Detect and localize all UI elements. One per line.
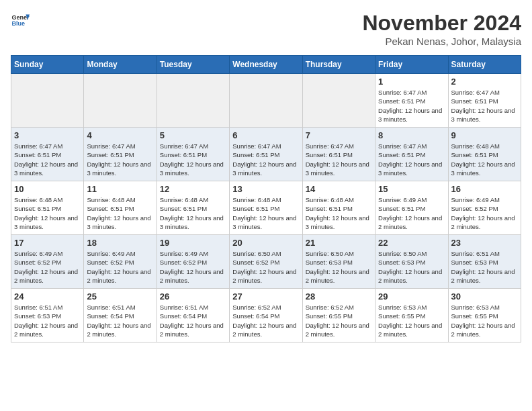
- table-row: 27Sunrise: 6:52 AM Sunset: 6:54 PM Dayli…: [230, 289, 302, 342]
- day-info: Sunrise: 6:49 AM Sunset: 6:51 PM Dayligh…: [378, 195, 445, 231]
- day-number: 20: [232, 238, 299, 248]
- table-row: 18Sunrise: 6:49 AM Sunset: 6:52 PM Dayli…: [84, 235, 157, 289]
- table-row: 22Sunrise: 6:50 AM Sunset: 6:53 PM Dayli…: [375, 235, 448, 289]
- day-info: Sunrise: 6:52 AM Sunset: 6:54 PM Dayligh…: [232, 303, 299, 338]
- day-number: 21: [306, 238, 372, 248]
- day-info: Sunrise: 6:53 AM Sunset: 6:55 PM Dayligh…: [378, 303, 445, 338]
- table-row: 13Sunrise: 6:48 AM Sunset: 6:51 PM Dayli…: [230, 181, 302, 235]
- day-number: 28: [306, 291, 372, 302]
- day-info: Sunrise: 6:53 AM Sunset: 6:55 PM Dayligh…: [451, 303, 518, 338]
- day-info: Sunrise: 6:51 AM Sunset: 6:54 PM Dayligh…: [87, 303, 153, 338]
- table-row: 8Sunrise: 6:47 AM Sunset: 6:51 PM Daylig…: [375, 128, 448, 181]
- header: General Blue November 2024 Pekan Nenas, …: [11, 11, 521, 47]
- day-info: Sunrise: 6:48 AM Sunset: 6:51 PM Dayligh…: [160, 195, 226, 231]
- table-row: 19Sunrise: 6:49 AM Sunset: 6:52 PM Dayli…: [157, 235, 229, 289]
- day-number: 22: [378, 238, 445, 248]
- day-number: 27: [232, 291, 299, 302]
- day-number: 30: [451, 291, 518, 302]
- calendar-week-row: 10Sunrise: 6:48 AM Sunset: 6:51 PM Dayli…: [11, 181, 521, 235]
- svg-text:Blue: Blue: [11, 20, 25, 27]
- day-info: Sunrise: 6:49 AM Sunset: 6:52 PM Dayligh…: [14, 249, 81, 285]
- table-row: [230, 74, 302, 128]
- calendar-week-row: 24Sunrise: 6:51 AM Sunset: 6:53 PM Dayli…: [11, 289, 521, 342]
- table-row: 23Sunrise: 6:51 AM Sunset: 6:53 PM Dayli…: [448, 235, 521, 289]
- table-row: 29Sunrise: 6:53 AM Sunset: 6:55 PM Dayli…: [375, 289, 448, 342]
- table-row: [11, 74, 84, 128]
- table-row: 30Sunrise: 6:53 AM Sunset: 6:55 PM Dayli…: [448, 289, 521, 342]
- table-row: 12Sunrise: 6:48 AM Sunset: 6:51 PM Dayli…: [157, 181, 229, 235]
- day-number: 1: [378, 77, 445, 87]
- day-number: 13: [232, 184, 299, 194]
- table-row: 5Sunrise: 6:47 AM Sunset: 6:51 PM Daylig…: [157, 128, 229, 181]
- location-title: Pekan Nenas, Johor, Malaysia: [362, 36, 521, 47]
- col-wednesday: Wednesday: [230, 56, 302, 74]
- col-tuesday: Tuesday: [157, 56, 229, 74]
- day-info: Sunrise: 6:47 AM Sunset: 6:51 PM Dayligh…: [232, 142, 299, 177]
- day-info: Sunrise: 6:49 AM Sunset: 6:52 PM Dayligh…: [160, 249, 226, 285]
- day-info: Sunrise: 6:47 AM Sunset: 6:51 PM Dayligh…: [378, 142, 445, 177]
- day-info: Sunrise: 6:51 AM Sunset: 6:53 PM Dayligh…: [14, 303, 81, 338]
- day-number: 14: [306, 184, 372, 194]
- day-info: Sunrise: 6:50 AM Sunset: 6:53 PM Dayligh…: [306, 249, 372, 285]
- month-title: November 2024: [362, 11, 521, 36]
- day-info: Sunrise: 6:47 AM Sunset: 6:51 PM Dayligh…: [306, 142, 372, 177]
- day-number: 15: [378, 184, 445, 194]
- day-number: 24: [14, 291, 81, 302]
- day-number: 4: [87, 130, 153, 140]
- day-info: Sunrise: 6:47 AM Sunset: 6:51 PM Dayligh…: [378, 88, 445, 124]
- col-friday: Friday: [375, 56, 448, 74]
- day-info: Sunrise: 6:48 AM Sunset: 6:51 PM Dayligh…: [14, 195, 81, 231]
- calendar-week-row: 3Sunrise: 6:47 AM Sunset: 6:51 PM Daylig…: [11, 128, 521, 181]
- table-row: 9Sunrise: 6:48 AM Sunset: 6:51 PM Daylig…: [448, 128, 521, 181]
- day-info: Sunrise: 6:49 AM Sunset: 6:52 PM Dayligh…: [87, 249, 153, 285]
- table-row: 4Sunrise: 6:47 AM Sunset: 6:51 PM Daylig…: [84, 128, 157, 181]
- table-row: 21Sunrise: 6:50 AM Sunset: 6:53 PM Dayli…: [302, 235, 375, 289]
- table-row: 10Sunrise: 6:48 AM Sunset: 6:51 PM Dayli…: [11, 181, 84, 235]
- logo: General Blue: [11, 11, 30, 30]
- day-number: 29: [378, 291, 445, 302]
- day-number: 8: [378, 130, 445, 140]
- table-row: 26Sunrise: 6:51 AM Sunset: 6:54 PM Dayli…: [157, 289, 229, 342]
- day-number: 19: [160, 238, 226, 248]
- table-row: 15Sunrise: 6:49 AM Sunset: 6:51 PM Dayli…: [375, 181, 448, 235]
- col-thursday: Thursday: [302, 56, 375, 74]
- table-row: 16Sunrise: 6:49 AM Sunset: 6:52 PM Dayli…: [448, 181, 521, 235]
- day-info: Sunrise: 6:49 AM Sunset: 6:52 PM Dayligh…: [451, 195, 518, 231]
- table-row: 28Sunrise: 6:52 AM Sunset: 6:55 PM Dayli…: [302, 289, 375, 342]
- day-info: Sunrise: 6:50 AM Sunset: 6:53 PM Dayligh…: [378, 249, 445, 285]
- col-monday: Monday: [84, 56, 157, 74]
- calendar-table: Sunday Monday Tuesday Wednesday Thursday…: [11, 55, 521, 342]
- day-info: Sunrise: 6:47 AM Sunset: 6:51 PM Dayligh…: [451, 88, 518, 124]
- calendar-header-row: Sunday Monday Tuesday Wednesday Thursday…: [11, 56, 521, 74]
- day-info: Sunrise: 6:51 AM Sunset: 6:53 PM Dayligh…: [451, 249, 518, 285]
- col-saturday: Saturday: [448, 56, 521, 74]
- day-info: Sunrise: 6:48 AM Sunset: 6:51 PM Dayligh…: [451, 142, 518, 177]
- table-row: 20Sunrise: 6:50 AM Sunset: 6:52 PM Dayli…: [230, 235, 302, 289]
- calendar-week-row: 17Sunrise: 6:49 AM Sunset: 6:52 PM Dayli…: [11, 235, 521, 289]
- day-number: 10: [14, 184, 81, 194]
- day-info: Sunrise: 6:52 AM Sunset: 6:55 PM Dayligh…: [306, 303, 372, 338]
- day-info: Sunrise: 6:47 AM Sunset: 6:51 PM Dayligh…: [14, 142, 81, 177]
- table-row: [302, 74, 375, 128]
- day-number: 7: [306, 130, 372, 140]
- day-number: 17: [14, 238, 81, 248]
- logo-icon: General Blue: [11, 11, 30, 30]
- table-row: 6Sunrise: 6:47 AM Sunset: 6:51 PM Daylig…: [230, 128, 302, 181]
- table-row: 11Sunrise: 6:48 AM Sunset: 6:51 PM Dayli…: [84, 181, 157, 235]
- day-info: Sunrise: 6:47 AM Sunset: 6:51 PM Dayligh…: [160, 142, 226, 177]
- calendar-week-row: 1Sunrise: 6:47 AM Sunset: 6:51 PM Daylig…: [11, 74, 521, 128]
- day-info: Sunrise: 6:47 AM Sunset: 6:51 PM Dayligh…: [87, 142, 153, 177]
- table-row: [157, 74, 229, 128]
- day-number: 26: [160, 291, 226, 302]
- col-sunday: Sunday: [11, 56, 84, 74]
- day-info: Sunrise: 6:48 AM Sunset: 6:51 PM Dayligh…: [87, 195, 153, 231]
- table-row: 14Sunrise: 6:48 AM Sunset: 6:51 PM Dayli…: [302, 181, 375, 235]
- day-number: 12: [160, 184, 226, 194]
- day-number: 25: [87, 291, 153, 302]
- day-number: 23: [451, 238, 518, 248]
- day-number: 2: [451, 77, 518, 87]
- day-info: Sunrise: 6:48 AM Sunset: 6:51 PM Dayligh…: [232, 195, 299, 231]
- table-row: 7Sunrise: 6:47 AM Sunset: 6:51 PM Daylig…: [302, 128, 375, 181]
- day-number: 6: [232, 130, 299, 140]
- table-row: 1Sunrise: 6:47 AM Sunset: 6:51 PM Daylig…: [375, 74, 448, 128]
